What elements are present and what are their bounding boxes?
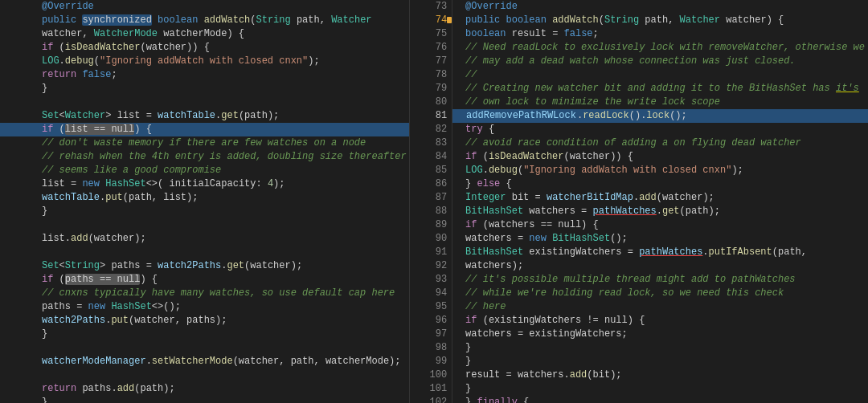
code-line: if (list == null) { (0, 123, 409, 136)
code-line: list = new HashSet<>( initialCapacity: 4… (0, 177, 409, 191)
code-line: @Override (0, 0, 409, 14)
code-line: // here (452, 300, 868, 314)
code-line: public boolean addWatch(String path, Wat… (452, 14, 868, 27)
code-line: // (452, 68, 868, 82)
code-line: boolean result = false; (452, 27, 868, 41)
code-line: // Need readLock to exclusively lock wit… (452, 41, 868, 55)
code-line: LOG.debug("Ignoring addWatch with closed… (0, 55, 409, 68)
code-line: watchers = new BitHashSet(); (452, 232, 868, 246)
code-line: try { (452, 123, 868, 136)
left-code-block: @Override public synchronized boolean ad… (0, 0, 409, 403)
code-line: if (isDeadWatcher(watcher)) { (452, 150, 868, 164)
code-line: // may add a dead watch whose connection… (452, 55, 868, 68)
code-line: // don't waste memory if there are few w… (0, 136, 409, 150)
line-number-gutter: 73 74 75 76 77 78 79 80 81 82 83 84 85 8… (409, 0, 452, 403)
code-line: Integer bit = watcherBitIdMap.add(watche… (452, 191, 868, 205)
code-line: paths = new HashSet<>(); (0, 300, 409, 314)
code-line: } (0, 205, 409, 218)
code-line: // rehash when the 4th entry is added, d… (0, 150, 409, 164)
code-line: return false; (0, 68, 409, 82)
code-line (0, 368, 409, 382)
code-line: } (452, 382, 868, 396)
code-line: Set<Watcher> list = watchTable.get(path)… (0, 109, 409, 123)
left-editor-pane: @Override public synchronized boolean ad… (0, 0, 409, 403)
code-line: // it's possible multiple thread might a… (452, 273, 868, 287)
code-line (0, 246, 409, 259)
line-numbers-column: 73 74 75 76 77 78 79 80 81 82 83 84 85 8… (410, 0, 452, 403)
code-line: } else { (452, 177, 868, 191)
code-line: } (0, 82, 409, 96)
right-code-scroll[interactable]: @Override public boolean addWatch(String… (452, 0, 868, 403)
code-line: } finally { (452, 396, 868, 403)
code-line: watchTable.put(path, list); (0, 191, 409, 205)
code-line: if (existingWatchers != null) { (452, 314, 868, 328)
code-line: watch2Paths.put(watcher, paths); (0, 314, 409, 328)
code-line: } (0, 396, 409, 403)
code-line: watchers = existingWatchers; (452, 328, 868, 341)
right-editor-pane: @Override public boolean addWatch(String… (452, 0, 868, 403)
code-line (0, 96, 409, 109)
code-line: @Override (452, 0, 868, 14)
code-line: list.add(watcher); (0, 232, 409, 246)
code-line: BitHashSet existingWatchers = pathWatche… (452, 246, 868, 273)
code-line: watcherModeManager.setWatcherMode(watche… (0, 355, 409, 368)
code-line: Set<String> paths = watch2Paths.get(watc… (0, 259, 409, 273)
code-line: } (452, 341, 868, 355)
code-line: // cnxns typically have many watches, so… (0, 287, 409, 300)
code-line (0, 341, 409, 355)
code-line: if (isDeadWatcher(watcher)) { (0, 41, 409, 55)
code-line-highlighted: addRemovePathRWLock.readLock().lock(); (452, 109, 868, 123)
code-line: // seems like a good compromise (0, 164, 409, 177)
code-line: } (0, 328, 409, 341)
left-code-scroll[interactable]: @Override public synchronized boolean ad… (0, 0, 409, 403)
code-line: BitHashSet watchers = pathWatches.get(pa… (452, 205, 868, 218)
code-line: return paths.add(path); (0, 382, 409, 396)
code-line: result = watchers.add(bit); (452, 368, 868, 382)
code-line: } (452, 355, 868, 368)
code-line: LOG.debug("Ignoring addWatch with closed… (452, 164, 868, 177)
code-line: // own lock to minimize the write lock s… (452, 96, 868, 109)
right-code-block: @Override public boolean addWatch(String… (452, 0, 868, 403)
code-line: // while we're holding read lock, so we … (452, 287, 868, 300)
code-line: if (watchers == null) { (452, 218, 868, 232)
code-line: // Creating new watcher bit and adding i… (452, 82, 868, 96)
code-line: // avoid race condition of adding a on f… (452, 136, 868, 150)
code-line: if (paths == null) { (0, 273, 409, 287)
code-line: public synchronized boolean addWatch(Str… (0, 14, 409, 41)
code-line (0, 218, 409, 232)
